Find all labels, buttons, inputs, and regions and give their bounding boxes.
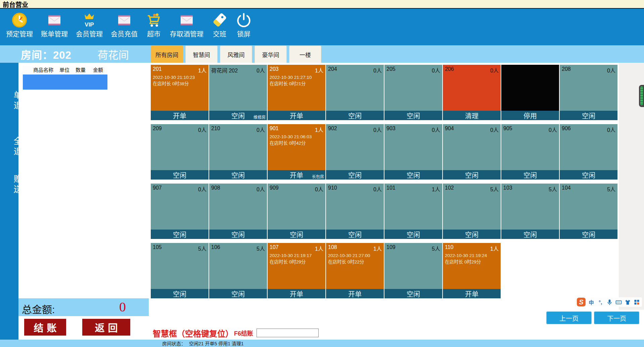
smart-box-input[interactable] [257,329,319,337]
room-id: 209 [153,126,162,134]
room-cell-停用[interactable]: 停用 [501,65,559,120]
room-status-counts: 空闲21 开单5 停用1 清理1 [189,340,244,347]
tab-category-2[interactable]: 风雅间 [220,46,252,63]
room-cell-210[interactable]: 2100人空闲 [209,124,267,180]
room-state-label: 空闲 [407,111,420,120]
skin-icon[interactable] [624,299,631,305]
room-cell-903[interactable]: 9030人空闲 [384,124,442,180]
tab-category-3[interactable]: 豪华间 [255,46,287,63]
room-id: 903 [386,126,396,134]
order-table-header: 商品名称单位数量金额 [22,65,107,73]
room-cell-910[interactable]: 9100人空闲 [326,184,384,239]
current-room-number: 房间：202 [21,47,72,62]
room-person-count: 5人 [432,244,440,252]
total-amount-label: 总金额: [22,301,55,316]
room-person-count: 0人 [432,126,440,134]
sogou-logo-icon[interactable]: S [577,298,586,306]
room-person-count: 1人 [198,66,206,74]
checkout-button[interactable]: 结账 [24,319,66,336]
room-cell-109[interactable]: 1095人空闲 [384,243,442,298]
room-id: 108 [328,244,337,252]
room-person-count: 0人 [607,66,615,74]
room-cell-904[interactable]: 9040人空闲 [443,124,501,180]
room-cell-208[interactable]: 2080人空闲 [560,65,617,120]
room-cell-209[interactable]: 2090人空闲 [151,124,209,180]
room-state-label: 清理 [465,111,478,120]
room-duration: 在店时长 0时22分 [328,259,382,265]
keyboard-icon[interactable] [615,299,622,305]
room-duration: 在店时长 0时38分 [153,81,206,87]
room-cell-206[interactable]: 2060人清理 [443,65,501,120]
room-person-count: 5人 [607,185,615,193]
room-cell-901[interactable]: 9011人2022-10-30 21:06:03在店时长 0时42分开单长包房 [268,124,325,180]
smart-input-box: 智慧框（空格键复位） F6结账 [153,327,319,339]
room-cell-108[interactable]: 1081人2022-10-30 21:27:00在店时长 0时22分开单 [326,243,384,298]
room-state-label: 空闲 [231,289,245,299]
toolbar-bill-management-button[interactable]: 账单管理 [41,12,68,39]
room-state-label: 空闲 [290,230,303,239]
room-person-count: 0人 [198,126,206,134]
room-id: 909 [270,185,279,193]
toolbar: 预定管理账单管理VIP会员管理会员充值超市存取酒管理交班锁屏 [0,9,644,45]
toolbar-supermarket-button[interactable]: 超市 [146,12,162,39]
room-cell-902[interactable]: 9020人空闲 [326,124,384,180]
toolbar-item-label: 账单管理 [41,29,68,39]
room-cell-101[interactable]: 1011人空闲 [384,184,442,239]
room-id: 荷花间 202 [211,66,238,74]
chinese-mode-icon[interactable]: 中 [588,299,595,305]
room-cell-荷花间 202[interactable]: 荷花间 2020人空闲维修房 [209,65,267,120]
toolbox-icon[interactable] [633,299,640,305]
previous-page-button[interactable]: 上一页 [546,311,592,324]
room-cell-203[interactable]: 2031人2022-10-30 21:27:10在店时长 0时21分开单 [268,65,325,120]
room-cell-107[interactable]: 1071人2022-10-30 21:19:17在店时长 0时29分开单 [268,243,325,298]
room-cell-204[interactable]: 2040人空闲 [326,65,384,120]
room-person-count: 0人 [373,66,382,74]
room-state-label: 空闲 [231,111,245,120]
order-row-selected[interactable] [23,75,107,90]
status-bar: 房间状态： 空闲21 开单5 停用1 清理1 [0,340,644,347]
smart-box-label: 智慧框（空格键复位） [153,327,233,339]
room-person-count: 5人 [198,244,206,252]
envelope-icon [46,12,62,28]
toolbar-member-management-button[interactable]: VIP会员管理 [76,12,103,39]
window-title: 前台营业 [0,0,644,9]
punctuation-icon[interactable]: °, [597,299,604,305]
room-cell-908[interactable]: 9080人空闲 [209,184,267,239]
tab-all-rooms[interactable]: 所有房间 [151,46,183,63]
room-id: 201 [153,66,162,74]
toolbar-member-recharge-button[interactable]: 会员充值 [111,12,138,39]
room-person-count: 5人 [257,244,265,252]
room-cell-906[interactable]: 9060人空闲 [560,124,617,180]
tab-category-1[interactable]: 智慧间 [185,46,218,63]
room-id: 206 [445,66,454,74]
back-button[interactable]: 返回 [82,319,130,336]
svg-text:VIP: VIP [85,21,94,28]
room-cell-909[interactable]: 9090人空闲 [268,184,325,239]
toolbar-shift-change-button[interactable]: 交班 [212,12,228,39]
room-cell-106[interactable]: 1065人空闲 [209,243,267,298]
room-state-label: 空闲 [348,170,362,180]
room-cell-201[interactable]: 2011人2022-10-30 21:10:23在店时长 0时38分开单 [151,65,209,120]
room-cell-103[interactable]: 1035人空闲 [501,184,559,239]
room-status-label: 房间状态： [162,340,186,347]
room-state-label: 空闲 [407,230,420,239]
toolbar-item-label: 交班 [213,29,226,39]
room-cell-105[interactable]: 1055人空闲 [151,243,209,298]
room-state-label: 空闲 [523,170,537,180]
room-cell-104[interactable]: 1045人空闲 [560,184,617,239]
room-person-count: 1人 [432,185,440,193]
toolbar-lock-screen-button[interactable]: 锁屏 [236,12,252,39]
room-cell-102[interactable]: 1025人空闲 [443,184,501,239]
toolbar-reservation-management-button[interactable]: 预定管理 [6,12,33,39]
room-note: 长包房 [312,174,324,179]
tab-category-4[interactable]: 一楼 [289,46,321,63]
mic-icon[interactable] [606,299,613,305]
room-cell-110[interactable]: 1101人2022-10-30 21:19:24在店时长 0时29分开单 [443,243,501,298]
room-state-label: 空闲 [231,170,245,180]
room-cell-205[interactable]: 2050人空闲 [384,65,442,120]
toolbar-wine-storage-button[interactable]: 存取酒管理 [170,12,203,39]
room-cell-907[interactable]: 9070人空闲 [151,184,209,239]
room-person-count: 0人 [315,185,323,193]
next-page-button[interactable]: 下一页 [594,311,639,324]
room-cell-905[interactable]: 9050人空闲 [501,124,559,180]
